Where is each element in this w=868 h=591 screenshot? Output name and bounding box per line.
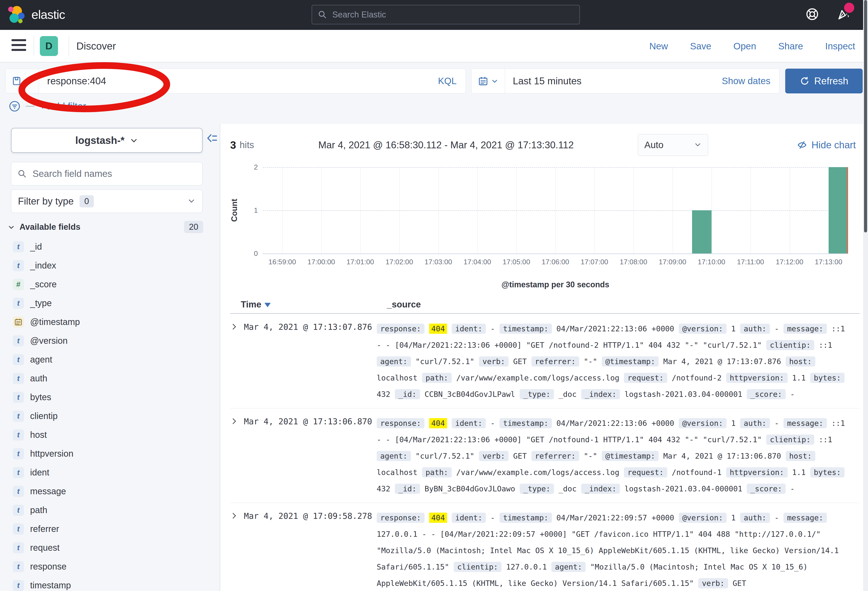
source-value: _doc <box>558 484 577 493</box>
filter-by-type-select[interactable]: Filter by type 0 <box>11 189 202 213</box>
index-pattern-picker[interactable]: logstash-* <box>11 128 202 153</box>
field-item-timestamp[interactable]: ttimestamp <box>0 576 220 591</box>
field-item-clientip[interactable]: tclientip <box>0 406 220 426</box>
expand-row-icon[interactable] <box>230 510 244 591</box>
filter-icon[interactable] <box>9 100 21 112</box>
field-item-@version[interactable]: t@version <box>0 331 220 350</box>
expand-row-icon[interactable] <box>230 415 244 497</box>
field-item-@timestamp[interactable]: @timestamp <box>0 313 220 331</box>
vertical-gridline <box>712 167 712 255</box>
field-item-message[interactable]: tmessage <box>0 482 220 501</box>
main-content: 3 hits Mar 4, 2021 @ 16:58:30.112 - Mar … <box>220 124 868 591</box>
field-item-response[interactable]: tresponse <box>0 557 220 576</box>
highlighted-value: 404 <box>429 513 447 523</box>
available-fields-header[interactable]: Available fields 20 <box>7 221 203 233</box>
field-item-referrer[interactable]: treferrer <box>0 520 220 538</box>
source-value: 04/Mar/2021:22:13:06 +0000 <box>557 324 674 333</box>
source-value: 1 <box>731 513 736 522</box>
field-list: t_idt_index#_scoret_type@timestampt@vers… <box>0 237 220 591</box>
global-search-box[interactable] <box>311 5 580 24</box>
source-value: 1 <box>731 324 736 333</box>
field-item-host[interactable]: thost <box>0 426 220 444</box>
source-value: "curl/7.52.1" <box>415 357 474 366</box>
source-field-pill: timestamp: <box>499 513 552 523</box>
table-header: Time _source <box>230 296 859 314</box>
show-dates-button[interactable]: Show dates <box>722 76 779 86</box>
source-value: 127.0.0.1 <box>506 563 547 571</box>
source-field-pill: host: <box>786 356 815 366</box>
source-field-pill: agent: <box>377 356 411 366</box>
field-item-ident[interactable]: tident <box>0 463 220 482</box>
source-value: localhost <box>377 374 418 382</box>
field-item-_id[interactable]: t_id <box>0 237 220 256</box>
add-filter-button[interactable]: + Add filter <box>40 101 86 112</box>
field-item-bytes[interactable]: tbytes <box>0 388 220 406</box>
source-field-pill: clientip: <box>766 340 814 350</box>
source-field-pill: @version: <box>679 324 726 334</box>
newsfeed-icon[interactable] <box>837 7 851 21</box>
field-item-_type[interactable]: t_type <box>0 294 220 313</box>
x-tick-label: 16:59:00 <box>269 258 296 266</box>
field-item-httpversion[interactable]: thttpversion <box>0 444 220 463</box>
histogram-bar[interactable] <box>692 210 712 253</box>
histogram-bar[interactable] <box>829 167 848 253</box>
elastic-brand: elastic <box>7 5 65 24</box>
source-field-pill: request: <box>624 373 667 383</box>
collapse-sidebar-icon[interactable] <box>206 132 218 144</box>
field-name: response <box>30 561 66 572</box>
field-item-_score[interactable]: #_score <box>0 275 220 294</box>
saved-query-menu[interactable] <box>6 69 39 93</box>
hide-chart-button[interactable]: Hide chart <box>797 139 856 151</box>
source-field-pill: clientip: <box>454 562 502 572</box>
x-axis-title: @timestamp per 30 seconds <box>263 280 848 289</box>
date-quick-menu[interactable] <box>472 69 505 93</box>
action-new-button[interactable]: New <box>650 41 668 52</box>
text-field-icon: t <box>13 241 24 252</box>
doc-timestamp: Mar 4, 2021 @ 17:13:07.876 <box>244 321 377 402</box>
source-field-pill: @version: <box>679 513 726 523</box>
global-search-input[interactable] <box>332 10 574 20</box>
source-value: - <box>774 419 779 428</box>
page-title: Discover <box>76 40 116 52</box>
y-tick-label: 0 <box>254 250 258 258</box>
time-range-value[interactable]: Last 15 minutes <box>505 75 722 87</box>
vertical-gridline <box>399 167 400 255</box>
field-search-box[interactable] <box>11 162 202 186</box>
action-share-button[interactable]: Share <box>778 41 803 52</box>
chevron-down-icon <box>130 136 138 145</box>
page-scrollbar[interactable] <box>863 0 868 591</box>
available-fields-label: Available fields <box>19 222 80 232</box>
field-item-agent[interactable]: tagent <box>0 350 220 369</box>
filter-type-count-badge: 0 <box>80 195 94 207</box>
refresh-button[interactable]: Refresh <box>785 69 863 93</box>
source-value: - <box>790 484 794 493</box>
source-value: /notfound-2 <box>672 374 722 382</box>
action-inspect-button[interactable]: Inspect <box>825 41 855 52</box>
field-item-path[interactable]: tpath <box>0 501 220 520</box>
menu-icon[interactable] <box>12 39 26 52</box>
field-item-request[interactable]: trequest <box>0 538 220 557</box>
chart-time-range: Mar 4, 2021 @ 16:58:30.112 - Mar 4, 2021… <box>318 139 574 151</box>
x-tick-label: 17:12:00 <box>776 258 803 266</box>
source-value: 04/Mar/2021:22:09:57 +0000 <box>557 513 674 522</box>
field-item-_index[interactable]: t_index <box>0 256 220 275</box>
field-name: request <box>30 543 59 553</box>
vertical-gridline <box>633 167 634 255</box>
y-axis-label: Count <box>230 199 239 222</box>
source-field-pill: host: <box>786 451 815 461</box>
action-save-button[interactable]: Save <box>690 41 711 52</box>
scrollbar-thumb[interactable] <box>864 0 867 232</box>
hide-chart-label: Hide chart <box>811 139 856 151</box>
field-search-input[interactable] <box>32 168 196 179</box>
query-input[interactable] <box>39 75 429 87</box>
vertical-gridline <box>321 167 322 255</box>
expand-row-icon[interactable] <box>230 321 244 402</box>
action-open-button[interactable]: Open <box>734 41 756 52</box>
interval-select[interactable]: Auto <box>638 134 708 156</box>
source-field-pill: ident: <box>452 418 486 428</box>
field-name: host <box>30 430 47 440</box>
query-language-button[interactable]: KQL <box>429 76 465 86</box>
time-column-header[interactable]: Time <box>230 300 387 309</box>
field-item-auth[interactable]: tauth <box>0 369 220 388</box>
help-icon[interactable] <box>805 7 819 21</box>
